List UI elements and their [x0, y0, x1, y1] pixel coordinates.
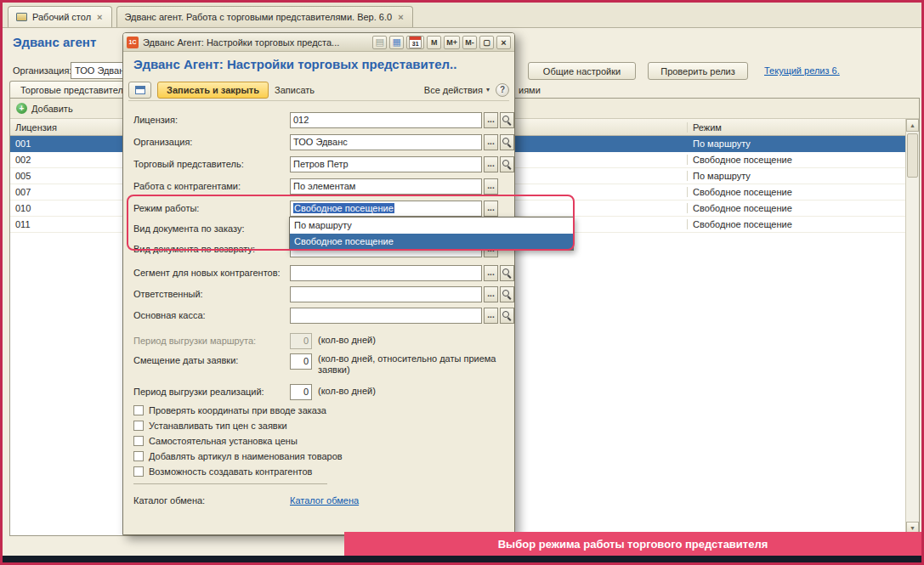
- search-button[interactable]: [500, 286, 514, 302]
- tab-desktop[interactable]: Рабочий стол ×: [8, 6, 112, 27]
- field-row-exchange: Каталог обмена: Каталог обмена: [133, 492, 359, 509]
- current-release-link[interactable]: Текущий релиз 6.: [764, 65, 840, 76]
- maximize-icon[interactable]: ▢: [479, 36, 494, 49]
- checkbox-icon[interactable]: [133, 405, 144, 415]
- ellipsis-button[interactable]: ...: [484, 178, 498, 195]
- field-label: Организация:: [133, 137, 290, 147]
- checkbox-icon[interactable]: [133, 421, 144, 431]
- scrollbar-thumb[interactable]: [907, 133, 918, 178]
- field-row-counterparties: Работа с контрагентами: По элементам ...: [133, 178, 498, 195]
- ellipsis-button[interactable]: ...: [484, 201, 498, 217]
- field-row-work-mode: Режим работы: Свободное посещение ...: [133, 200, 498, 217]
- vertical-scrollbar[interactable]: ▲ ▼: [905, 119, 919, 534]
- search-button[interactable]: [500, 112, 514, 128]
- route-period-input: 0: [290, 333, 312, 349]
- tab-desktop-label: Рабочий стол: [32, 12, 91, 22]
- search-button[interactable]: [500, 308, 514, 324]
- search-button[interactable]: [500, 134, 514, 150]
- grid-glyph: ▦: [393, 37, 401, 48]
- close-icon[interactable]: ×: [496, 36, 511, 49]
- memory-button[interactable]: M: [427, 36, 441, 49]
- ellipsis-button[interactable]: ...: [484, 156, 498, 172]
- window-tab-bar: Рабочий стол × Эдванс агент. Работа с то…: [3, 3, 921, 28]
- field-row-sales-period: Период выгрузки реализаций: 0 (кол-во дн…: [133, 383, 526, 400]
- field-label: Смещение даты заявки:: [133, 355, 290, 365]
- magnifier-icon: [502, 116, 512, 125]
- work-mode-dropdown: По маршруту Свободное посещение: [289, 217, 574, 251]
- cell-mode: По маршруту: [688, 171, 905, 181]
- checkbox-self-price[interactable]: Самостоятельная установка цены: [133, 434, 298, 448]
- ellipsis-button[interactable]: ...: [484, 286, 498, 302]
- tab-advance-agent[interactable]: Эдванс агент. Работа с торговыми предста…: [116, 6, 413, 27]
- window-icon: [135, 86, 145, 94]
- plus-icon: +: [16, 103, 27, 114]
- work-mode-input[interactable]: Свободное посещение: [290, 201, 482, 217]
- checkbox-icon[interactable]: [133, 466, 144, 477]
- sales-period-input[interactable]: 0: [290, 384, 312, 400]
- field-label: Сегмент для новых контрагентов:: [133, 268, 290, 278]
- responsible-input[interactable]: [290, 286, 482, 302]
- tab-fragment[interactable]: иями: [519, 85, 541, 95]
- dropdown-option[interactable]: По маршруту: [290, 218, 573, 234]
- column-header-mode[interactable]: Режим: [688, 122, 905, 133]
- field-row-license: Лицензия: 012 ...: [133, 111, 514, 128]
- form-settings-button[interactable]: [128, 82, 151, 99]
- field-label: Каталог обмена:: [133, 495, 290, 506]
- sales-rep-input[interactable]: Петров Петр: [290, 156, 482, 172]
- field-hint: (кол-во дней, относительно даты приема з…: [318, 353, 526, 376]
- page-title: Эдванс агент: [13, 35, 96, 49]
- scroll-up-icon[interactable]: ▲: [906, 119, 919, 132]
- ellipsis-button[interactable]: ...: [484, 112, 498, 128]
- magnifier-icon: [502, 268, 512, 278]
- search-button[interactable]: [500, 156, 514, 172]
- grid-icon[interactable]: ▦: [389, 36, 404, 49]
- field-hint: (кол-во дней): [318, 386, 526, 397]
- check-release-button[interactable]: Проверить релиз: [648, 62, 748, 80]
- common-settings-button[interactable]: Общие настройки: [528, 62, 636, 80]
- organization-input[interactable]: ТОО Эдванс: [290, 134, 482, 150]
- help-icon[interactable]: ?: [496, 83, 509, 97]
- checkbox-set-price-type[interactable]: Устанавливать тип цен с заявки: [133, 419, 287, 432]
- calendar-day: 31: [410, 40, 421, 48]
- date-offset-input[interactable]: 0: [290, 353, 312, 370]
- ellipsis-button[interactable]: ...: [484, 308, 498, 324]
- panel-icon[interactable]: ▤: [372, 36, 387, 49]
- checkbox-create-counterparties[interactable]: Возможность создавать контрагентов: [133, 465, 312, 478]
- counterparties-input[interactable]: По элементам: [290, 178, 482, 195]
- cash-input[interactable]: [290, 308, 482, 324]
- tab-advance-agent-label: Эдванс агент. Работа с торговыми предста…: [125, 12, 393, 22]
- field-label: Период выгрузки реализаций:: [133, 387, 290, 397]
- save-close-button[interactable]: Записать и закрыть: [157, 82, 269, 99]
- memory-plus-button[interactable]: M+: [444, 36, 460, 49]
- field-hint: (кол-во дней): [318, 335, 526, 346]
- cell-mode: Свободное посещение: [688, 219, 905, 229]
- dialog-toolbar: Записать и закрыть Записать Все действия…: [128, 79, 509, 101]
- close-icon[interactable]: ×: [96, 12, 103, 22]
- checkbox-icon[interactable]: [133, 436, 144, 446]
- close-icon[interactable]: ×: [397, 12, 404, 22]
- checkbox-icon[interactable]: [133, 451, 144, 461]
- exchange-catalog-link[interactable]: Каталог обмена: [290, 495, 359, 506]
- search-button[interactable]: [500, 265, 514, 281]
- checkbox-add-article[interactable]: Добавлять артикул в наименования товаров: [133, 449, 343, 463]
- save-button[interactable]: Записать: [275, 85, 315, 95]
- dialog-titlebar[interactable]: 1С Эдванс Агент: Настройки торговых пред…: [123, 33, 514, 52]
- field-row-organization: Организация: ТОО Эдванс ...: [133, 133, 514, 150]
- checkbox-check-coordinates[interactable]: Проверять координаты при вводе заказа: [133, 404, 326, 417]
- license-input[interactable]: 012: [290, 112, 482, 128]
- dropdown-option[interactable]: Свободное посещение: [290, 234, 573, 250]
- memory-minus-button[interactable]: M-: [462, 36, 477, 49]
- field-label: Период выгрузки маршрута:: [133, 336, 290, 346]
- all-actions-button[interactable]: Все действия ▾: [424, 85, 490, 95]
- field-label: Ответственный:: [133, 289, 290, 299]
- calendar-icon[interactable]: 31: [406, 36, 424, 49]
- field-label: Лицензия:: [133, 115, 290, 125]
- ellipsis-button[interactable]: ...: [484, 265, 498, 281]
- field-label: Основная касса:: [133, 310, 290, 320]
- checkbox-label: Самостоятельная установка цены: [149, 436, 298, 446]
- add-button[interactable]: + Добавить: [16, 103, 73, 114]
- ellipsis-button[interactable]: ...: [484, 134, 498, 150]
- segment-input[interactable]: [290, 265, 482, 281]
- tab-sales-reps[interactable]: Торговые представители: [9, 81, 139, 99]
- tab-sales-reps-label: Торговые представители: [20, 85, 128, 95]
